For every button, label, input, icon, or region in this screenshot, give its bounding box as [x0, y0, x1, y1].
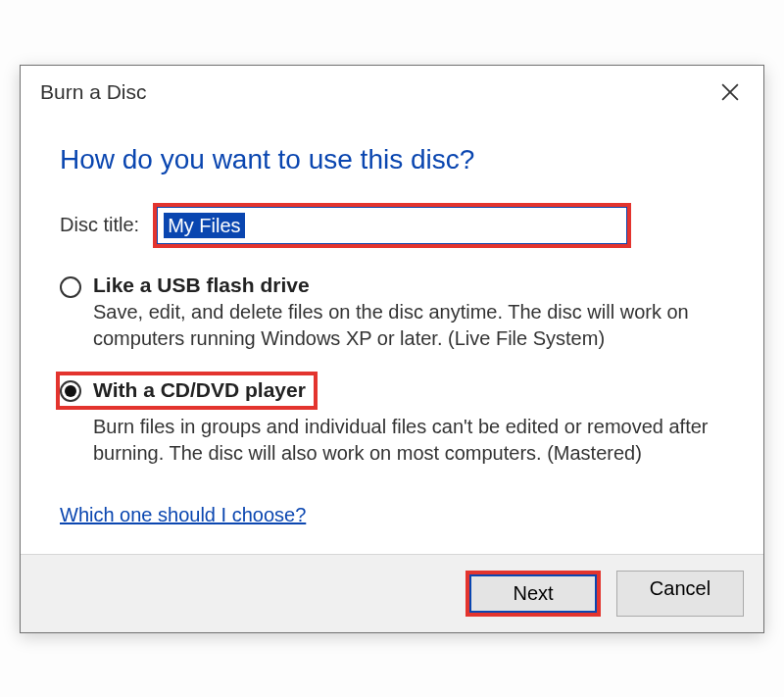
option-usb-flash-drive[interactable]: Like a USB flash drive Save, edit, and d…	[60, 274, 724, 352]
option-usb-desc: Save, edit, and delete files on the disc…	[93, 299, 724, 352]
disc-title-highlight: My Files	[153, 203, 631, 248]
option-cd-dvd-desc: Burn files in groups and individual file…	[93, 414, 724, 467]
burn-disc-dialog: Burn a Disc How do you want to use this …	[20, 65, 764, 633]
next-button-highlight: Next	[466, 571, 601, 617]
window-title: Burn a Disc	[40, 80, 147, 104]
close-icon	[721, 83, 739, 101]
dialog-content: How do you want to use this disc? Disc t…	[21, 111, 763, 554]
radio-usb[interactable]	[60, 276, 81, 298]
next-button[interactable]: Next	[469, 574, 597, 613]
option-usb-title: Like a USB flash drive	[93, 274, 724, 297]
disc-title-row: Disc title: My Files	[60, 203, 724, 248]
close-button[interactable]	[710, 75, 750, 109]
option-cd-dvd-player[interactable]: With a CD/DVD player Burn files in group…	[60, 372, 724, 467]
disc-title-label: Disc title:	[60, 214, 139, 236]
disc-title-value: My Files	[164, 213, 244, 238]
cancel-button[interactable]: Cancel	[616, 571, 744, 617]
disc-title-input-wrap[interactable]: My Files	[157, 207, 627, 244]
help-link[interactable]: Which one should I choose?	[60, 504, 306, 526]
option-cd-dvd-highlight: With a CD/DVD player	[56, 372, 318, 410]
titlebar: Burn a Disc	[21, 66, 763, 111]
radio-cd-dvd[interactable]	[60, 380, 81, 402]
option-usb-body: Like a USB flash drive Save, edit, and d…	[93, 274, 724, 352]
option-cd-dvd-title: With a CD/DVD player	[93, 378, 306, 402]
dialog-heading: How do you want to use this disc?	[60, 144, 724, 175]
button-row: Next Cancel	[21, 554, 763, 632]
